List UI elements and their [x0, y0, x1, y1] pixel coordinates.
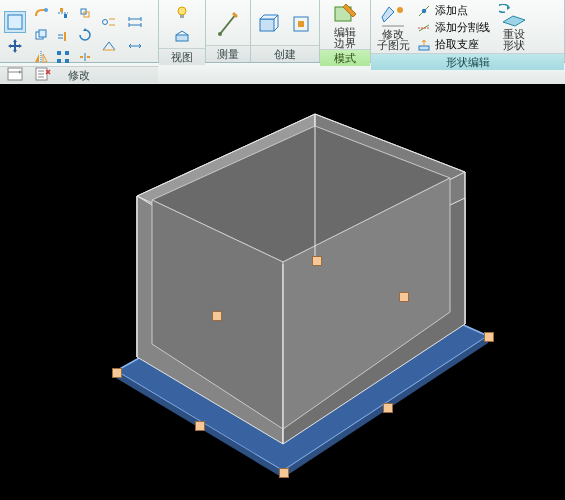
offset-icon[interactable] — [74, 2, 96, 24]
svg-point-26 — [218, 32, 222, 36]
viewport-3d[interactable] — [0, 84, 565, 500]
edit-boundary-l2: 边界 — [334, 37, 356, 49]
add-point-label: 添加点 — [435, 3, 468, 18]
move-tool-icon[interactable] — [4, 35, 26, 57]
split-icon[interactable] — [74, 46, 96, 68]
svg-rect-13 — [65, 59, 69, 63]
reset-shape-button[interactable]: 重设形状 — [496, 4, 532, 51]
ribbon: 修改 视图 测量 创建 编辑边界 模式 — [0, 0, 565, 63]
svg-point-17 — [103, 20, 108, 25]
shape-grip[interactable] — [212, 311, 222, 321]
shape-grip[interactable] — [195, 421, 205, 431]
pick-support-label: 拾取支座 — [435, 37, 479, 52]
add-split-label: 添加分割线 — [435, 20, 490, 35]
panel-measure: 测量 — [206, 0, 251, 62]
lightbulb-icon[interactable] — [171, 2, 193, 24]
trim-icon[interactable] — [52, 24, 74, 46]
svg-rect-10 — [57, 51, 61, 55]
shape-grip[interactable] — [484, 332, 494, 342]
create-a-icon[interactable] — [255, 10, 283, 38]
svg-rect-27 — [260, 19, 274, 31]
opt-b-icon[interactable] — [98, 35, 120, 57]
pipe-icon[interactable] — [30, 2, 52, 24]
filter-close-icon[interactable] — [32, 63, 54, 85]
pick-support-button[interactable]: 拾取支座 — [415, 36, 492, 53]
mod-sub-l2: 子图元 — [377, 39, 410, 51]
panel-mode-label: 模式 — [320, 49, 370, 66]
reset-l2: 形状 — [503, 39, 525, 51]
svg-line-25 — [220, 14, 236, 34]
opt-a-icon[interactable] — [98, 11, 120, 33]
svg-rect-33 — [419, 46, 429, 50]
copy-icon[interactable] — [30, 24, 52, 46]
align-icon[interactable] — [52, 2, 74, 24]
svg-rect-23 — [180, 15, 184, 18]
section-icon[interactable] — [171, 26, 193, 48]
svg-rect-34 — [8, 68, 22, 80]
create-b-icon[interactable] — [287, 10, 315, 38]
panel-shape-label: 形状编辑 — [371, 53, 564, 70]
dim-b-icon[interactable] — [124, 35, 146, 57]
shape-grip[interactable] — [399, 292, 409, 302]
svg-rect-3 — [60, 8, 63, 12]
rotate-icon[interactable] — [74, 24, 96, 46]
select-tool-icon[interactable] — [4, 11, 26, 33]
panel-mode: 编辑边界 模式 — [320, 0, 371, 62]
shape-grip[interactable] — [312, 256, 322, 266]
add-point-button[interactable]: 添加点 — [415, 2, 492, 19]
panel-view-label: 视图 — [159, 48, 205, 65]
panel-create-label: 创建 — [251, 45, 319, 62]
svg-point-1 — [44, 8, 48, 12]
panel-measure-label: 测量 — [206, 45, 250, 62]
svg-rect-29 — [298, 21, 304, 27]
svg-point-31 — [397, 7, 403, 13]
panel-view: 视图 — [159, 0, 206, 62]
add-split-line-button[interactable]: 添加分割线 — [415, 19, 492, 36]
shape-grip[interactable] — [279, 468, 289, 478]
svg-point-32 — [422, 8, 426, 12]
svg-rect-12 — [57, 59, 61, 63]
svg-rect-11 — [65, 51, 69, 55]
edit-boundary-button[interactable]: 编辑边界 — [327, 2, 363, 49]
array-icon[interactable] — [52, 46, 74, 68]
svg-rect-0 — [8, 15, 22, 29]
svg-rect-8 — [39, 30, 46, 37]
svg-rect-24 — [176, 35, 188, 41]
shape-grip[interactable] — [383, 403, 393, 413]
properties-toggle-icon[interactable] — [4, 63, 26, 85]
dim-a-icon[interactable] — [124, 11, 146, 33]
modify-subelements-button[interactable]: 修改子图元 — [375, 4, 411, 51]
panel-modify: 修改 — [0, 0, 159, 62]
shape-grip[interactable] — [112, 368, 122, 378]
panel-create: 创建 — [251, 0, 320, 62]
svg-rect-4 — [64, 14, 67, 18]
panel-shape-edit: 修改子图元 添加点 添加分割线 拾取支座 重设形状 — [371, 0, 565, 62]
svg-point-22 — [178, 7, 186, 15]
measure-button[interactable] — [210, 10, 246, 38]
